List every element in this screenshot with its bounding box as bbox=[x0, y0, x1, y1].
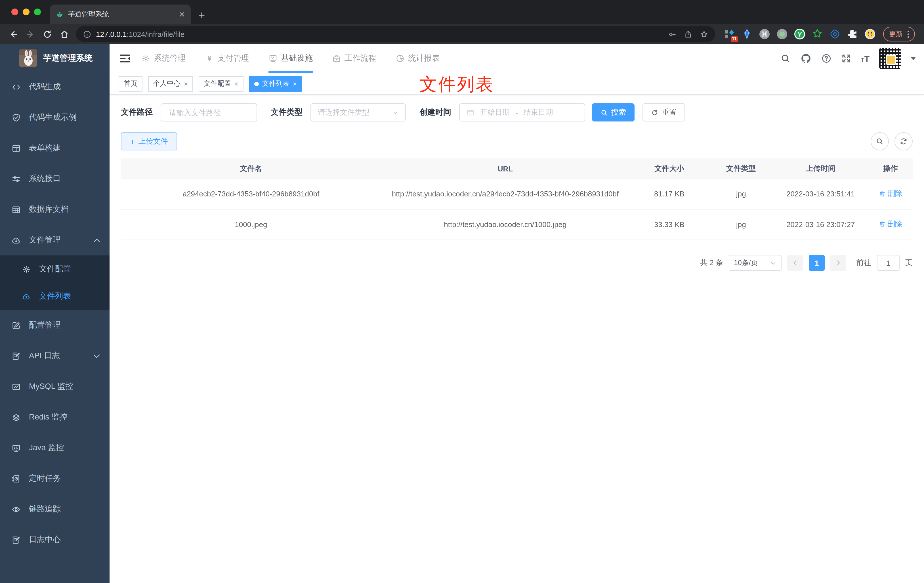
next-page-button[interactable] bbox=[830, 255, 846, 271]
prev-page-button[interactable] bbox=[787, 255, 803, 271]
bookmark-star-icon[interactable] bbox=[700, 30, 708, 38]
app-header: 系统管理¥支付管理基础设施工作流程统计报表 TT bbox=[109, 44, 924, 73]
search-icon[interactable] bbox=[780, 53, 790, 64]
sidebar-item[interactable]: Redis 监控 bbox=[0, 402, 109, 433]
sidebar-item[interactable]: 定时任务 bbox=[0, 463, 109, 494]
sidebar-logo-row[interactable]: 芋道管理系统 bbox=[0, 44, 109, 71]
sidebar-item[interactable]: 表单构建 bbox=[0, 133, 109, 164]
sidebar-subitem[interactable]: 文件配置 bbox=[0, 256, 109, 283]
sidebar-item[interactable]: 系统接口 bbox=[0, 164, 109, 194]
fullscreen-icon[interactable] bbox=[841, 53, 851, 64]
sidebar-item[interactable]: 链路追踪 bbox=[0, 494, 109, 525]
ext-y-circle-icon[interactable]: Y bbox=[794, 28, 806, 40]
ext-grid-diamond-icon[interactable]: 11 bbox=[723, 28, 736, 40]
browser-tab-title: 芋道管理系统 bbox=[68, 9, 174, 19]
url-text[interactable]: 127.0.0.1:1024/infra/file/file bbox=[96, 30, 663, 38]
sidebar-subitem[interactable]: 文件列表 bbox=[0, 283, 109, 310]
cell-file-type: jpg bbox=[709, 210, 773, 240]
forward-icon[interactable] bbox=[23, 27, 38, 41]
chevron-down-icon[interactable] bbox=[911, 57, 916, 60]
sidebar-item[interactable]: 配置管理 bbox=[0, 310, 109, 340]
avatar-qr-code[interactable] bbox=[879, 48, 901, 69]
layers-icon bbox=[12, 413, 21, 422]
font-size-icon[interactable]: TT bbox=[861, 54, 870, 63]
header-icons: TT bbox=[780, 48, 916, 69]
zoom-window-button[interactable] bbox=[34, 8, 41, 15]
help-icon[interactable] bbox=[821, 53, 831, 64]
tag-tab[interactable]: 个人中心× bbox=[148, 76, 193, 92]
sidebar-item[interactable]: Java 监控 bbox=[0, 433, 109, 463]
search-icon bbox=[876, 137, 884, 145]
sidebar-item[interactable]: API 日志 bbox=[0, 340, 109, 371]
ext-green-dot-icon[interactable] bbox=[776, 28, 788, 40]
ext-gem-icon[interactable] bbox=[741, 28, 753, 40]
kebab-menu-icon[interactable] bbox=[908, 30, 909, 38]
table-body: a294ecb2-73dd-4353-bf40-296b8931d0bfhttp… bbox=[121, 179, 912, 240]
file-path-input[interactable] bbox=[161, 103, 257, 122]
file-type-select[interactable]: 请选择文件类型 bbox=[310, 103, 406, 122]
show-search-button[interactable] bbox=[871, 132, 889, 150]
sidebar-item[interactable]: 数据库文档 bbox=[0, 194, 109, 225]
reload-icon[interactable] bbox=[40, 27, 54, 41]
date-range-picker[interactable]: 开始日期 - 结束日期 bbox=[459, 103, 585, 122]
share-icon[interactable] bbox=[684, 30, 693, 38]
home-icon[interactable] bbox=[57, 27, 71, 41]
minimize-window-button[interactable] bbox=[23, 8, 30, 15]
sidebar-item[interactable]: MySQL 监控 bbox=[0, 371, 109, 402]
sidebar-item-label: 配置管理 bbox=[29, 320, 61, 330]
tag-tab[interactable]: 文件配置× bbox=[199, 76, 244, 92]
yen-icon: ¥ bbox=[205, 54, 214, 63]
top-menu-item[interactable]: 基础设施 bbox=[269, 44, 313, 73]
gear-icon bbox=[22, 265, 31, 273]
sidebar-item[interactable]: 代码生成示例 bbox=[0, 102, 109, 133]
tag-close-icon[interactable]: × bbox=[234, 80, 238, 88]
top-menu-item[interactable]: 工作流程 bbox=[332, 44, 376, 73]
reset-button[interactable]: 重置 bbox=[642, 103, 685, 122]
end-date-placeholder[interactable]: 结束日期 bbox=[523, 107, 553, 117]
site-info-icon[interactable] bbox=[83, 30, 91, 38]
tag-close-icon[interactable]: × bbox=[184, 80, 188, 88]
new-tab-button[interactable]: + bbox=[199, 10, 205, 20]
plus-icon: + bbox=[130, 137, 135, 145]
top-menu-item[interactable]: ¥支付管理 bbox=[205, 44, 249, 73]
page-size-select[interactable]: 10条/页 bbox=[729, 255, 782, 271]
sidebar-item[interactable]: 文件管理 bbox=[0, 225, 109, 256]
total-count: 共 2 条 bbox=[700, 258, 723, 268]
back-icon[interactable] bbox=[6, 27, 20, 41]
top-menu-item[interactable]: 系统管理 bbox=[141, 44, 186, 73]
delete-button[interactable]: 删除 bbox=[879, 218, 903, 230]
browser-update-button[interactable]: 更新 bbox=[883, 27, 915, 41]
github-icon[interactable] bbox=[800, 53, 811, 64]
delete-button[interactable]: 删除 bbox=[879, 187, 903, 200]
close-window-button[interactable] bbox=[12, 8, 18, 15]
password-key-icon[interactable] bbox=[668, 30, 676, 38]
address-bar[interactable]: 127.0.0.1:1024/infra/file/file bbox=[76, 26, 715, 42]
ext-blue-eye-icon[interactable] bbox=[829, 28, 841, 40]
extensions-puzzle-icon[interactable] bbox=[846, 28, 859, 40]
upload-file-button[interactable]: + 上传文件 bbox=[121, 132, 177, 150]
top-menu-item[interactable]: 统计报表 bbox=[396, 44, 440, 73]
start-date-placeholder[interactable]: 开始日期 bbox=[480, 107, 510, 117]
top-menus: 系统管理¥支付管理基础设施工作流程统计报表 bbox=[141, 44, 780, 73]
ext-emoji-icon[interactable] bbox=[864, 28, 876, 40]
current-page-button[interactable]: 1 bbox=[809, 255, 825, 271]
window-controls[interactable] bbox=[12, 8, 41, 15]
browser-tab[interactable]: 芋道管理系统 ✕ bbox=[50, 5, 191, 24]
chart-box-icon bbox=[12, 382, 21, 391]
logo-rabbit-image bbox=[19, 49, 37, 67]
ext-command-icon[interactable]: ⌘ bbox=[758, 28, 771, 40]
search-button[interactable]: 搜索 bbox=[592, 103, 635, 122]
tag-tab[interactable]: 首页 bbox=[119, 76, 142, 92]
goto-page-input[interactable] bbox=[877, 255, 899, 271]
filter-bar: 文件路径 文件类型 请选择文件类型 创建时间 开始日期 - 结束日期 bbox=[121, 103, 912, 122]
active-dot-icon bbox=[254, 81, 259, 86]
ext-green-star-icon[interactable] bbox=[811, 28, 823, 40]
tag-close-icon[interactable]: × bbox=[293, 80, 297, 88]
refresh-table-button[interactable] bbox=[894, 132, 912, 150]
sidebar-item[interactable]: 代码生成 bbox=[0, 71, 109, 102]
column-header: URL bbox=[381, 159, 629, 179]
tab-close-icon[interactable]: ✕ bbox=[179, 10, 185, 18]
sidebar-item[interactable]: 日志中心 bbox=[0, 525, 109, 555]
collapse-sidebar-icon[interactable] bbox=[119, 52, 131, 65]
tag-tab[interactable]: 文件列表× bbox=[249, 76, 302, 92]
